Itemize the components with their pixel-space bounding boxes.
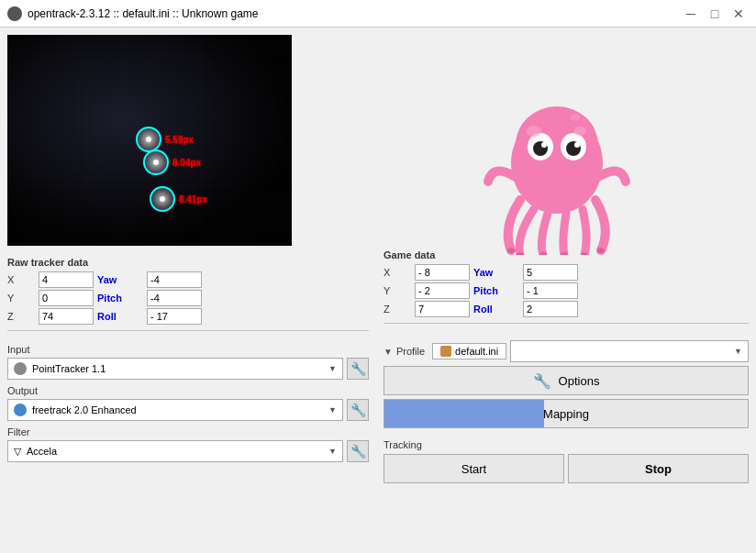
- y-value: 0: [39, 290, 94, 306]
- raw-tracker-title: Raw tracker data: [7, 257, 369, 268]
- options-button[interactable]: 🔧 Options: [384, 366, 749, 395]
- game-roll-label: Roll: [473, 304, 519, 315]
- track-label-1: 5.59px: [165, 135, 194, 145]
- x-value: 4: [39, 271, 94, 288]
- main-area: 5.59px 8.04px 8.41px: [0, 28, 756, 553]
- output-icon: [14, 404, 27, 416]
- y-label: Y: [7, 293, 35, 304]
- svg-point-11: [507, 248, 515, 253]
- tracker-data-grid: X 4 Yaw -4 Y 0 Pitch -4 Z 74 Roll - 17: [7, 271, 369, 325]
- track-point-3: 8.41px: [150, 186, 207, 212]
- track-circle-1: [136, 127, 161, 152]
- stop-button[interactable]: Stop: [568, 454, 749, 483]
- profile-file-icon: [440, 346, 451, 357]
- separator-2: [384, 323, 749, 324]
- track-label-2: 8.04px: [172, 158, 201, 168]
- track-label-3: 8.41px: [179, 194, 207, 205]
- mapping-progress-bar: [384, 400, 544, 427]
- input-section: Input PointTracker 1.1 ▼ 🔧 Output freetr…: [7, 344, 369, 468]
- raw-tracker-section: Raw tracker data X 4 Yaw -4 Y 0 Pitch -4…: [7, 257, 369, 325]
- output-settings-button[interactable]: 🔧: [347, 399, 369, 421]
- input-combo[interactable]: PointTracker 1.1 ▼: [7, 358, 343, 380]
- input-label: Input: [7, 344, 369, 355]
- game-pitch-label: Pitch: [473, 285, 519, 296]
- track-dot-2: [153, 160, 159, 165]
- filter-label: Filter: [7, 426, 369, 437]
- app-icon: [7, 6, 22, 21]
- left-panel: 5.59px 8.04px 8.41px: [0, 28, 376, 553]
- track-point-1: 5.59px: [136, 127, 194, 152]
- track-dot-1: [146, 137, 151, 142]
- z-label: Z: [7, 311, 35, 322]
- roll-value: - 17: [147, 308, 202, 325]
- svg-point-7: [574, 142, 580, 148]
- start-button[interactable]: Start: [384, 454, 564, 483]
- minimize-button[interactable]: ─: [681, 4, 701, 24]
- octopus-mascot: [484, 81, 630, 255]
- track-circle-2: [143, 149, 169, 175]
- game-z-value: 7: [415, 301, 470, 317]
- x-label: X: [7, 274, 35, 285]
- svg-point-8: [527, 126, 541, 137]
- input-settings-button[interactable]: 🔧: [347, 358, 369, 380]
- input-arrow: ▼: [328, 364, 337, 373]
- titlebar-title: opentrack-2.3.12 :: default.ini :: Unkno…: [28, 7, 258, 20]
- yaw-value: -4: [147, 271, 202, 288]
- svg-point-6: [541, 142, 547, 148]
- filter-arrow: ▼: [328, 447, 337, 456]
- track-point-2: 8.04px: [143, 149, 201, 175]
- profile-file-name: default.ini: [455, 346, 498, 357]
- profile-combo-arrow: ▼: [734, 347, 742, 356]
- input-control-row: PointTracker 1.1 ▼ 🔧: [7, 358, 369, 380]
- wrench-icon: 🔧: [533, 372, 551, 390]
- input-icon: [14, 362, 27, 375]
- output-arrow: ▼: [328, 405, 337, 415]
- yaw-label: Yaw: [97, 274, 143, 285]
- tracking-section: Tracking Start Stop: [384, 439, 749, 483]
- game-y-label: Y: [384, 285, 411, 296]
- titlebar-controls: ─ □ ✕: [681, 4, 749, 24]
- z-value: 74: [39, 308, 94, 325]
- game-y-value: - 2: [415, 282, 470, 299]
- svg-point-10: [571, 114, 580, 121]
- pitch-label: Pitch: [97, 293, 143, 304]
- output-value: freetrack 2.0 Enhanced: [32, 404, 137, 415]
- camera-view: 5.59px 8.04px 8.41px: [7, 35, 292, 246]
- filter-control-row: ▽ Accela ▼ 🔧: [7, 440, 369, 462]
- separator-1: [7, 330, 369, 331]
- mapping-label: Mapping: [543, 407, 589, 421]
- output-label: Output: [7, 385, 369, 396]
- track-circle-3: [150, 186, 175, 212]
- filter-icon: ▽: [14, 446, 21, 458]
- profile-chevron-icon[interactable]: ▼: [384, 347, 393, 357]
- filter-value: Accela: [27, 446, 57, 457]
- filter-combo[interactable]: ▽ Accela ▼: [7, 440, 343, 462]
- octopus-area: [374, 62, 739, 273]
- maximize-button[interactable]: □: [705, 4, 725, 24]
- game-roll-value: 2: [523, 301, 578, 317]
- input-value: PointTracker 1.1: [32, 363, 106, 374]
- svg-point-16: [597, 248, 605, 253]
- game-pitch-value: - 1: [523, 282, 578, 299]
- track-dot-3: [160, 196, 165, 202]
- tracking-title: Tracking: [384, 439, 749, 450]
- titlebar-left: opentrack-2.3.12 :: default.ini :: Unkno…: [7, 6, 258, 21]
- filter-settings-button[interactable]: 🔧: [347, 440, 369, 462]
- mapping-button[interactable]: Mapping: [384, 399, 749, 428]
- roll-label: Roll: [97, 311, 143, 322]
- svg-point-9: [573, 127, 586, 136]
- titlebar: opentrack-2.3.12 :: default.ini :: Unkno…: [0, 0, 756, 28]
- stop-label: Stop: [645, 462, 672, 476]
- tracking-buttons: Start Stop: [384, 454, 749, 483]
- game-z-label: Z: [384, 304, 411, 315]
- profile-row: ▼ Profile default.ini ▼: [384, 340, 749, 362]
- start-label: Start: [461, 462, 486, 476]
- close-button[interactable]: ✕: [728, 4, 749, 24]
- options-label: Options: [559, 374, 600, 388]
- right-panel: Game data X - 8 Yaw 5 Y - 2 Pitch - 1 Z …: [376, 28, 756, 553]
- profile-tab[interactable]: default.ini: [432, 343, 506, 359]
- pitch-value: -4: [147, 290, 202, 306]
- profile-label: Profile: [396, 346, 425, 357]
- output-combo[interactable]: freetrack 2.0 Enhanced ▼: [7, 399, 343, 421]
- profile-combo[interactable]: ▼: [510, 340, 749, 362]
